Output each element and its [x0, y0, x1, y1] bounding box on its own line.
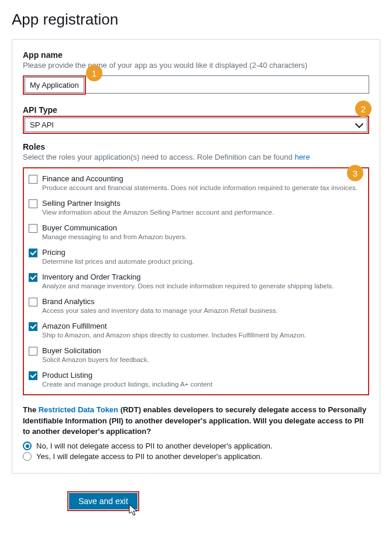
- role-desc: Ship to Amazon, and Amazon ships directl…: [42, 331, 306, 340]
- role-desc: Create and manage product listings, incl…: [42, 380, 212, 389]
- role-name: Brand Analytics: [42, 297, 278, 306]
- role-checkbox[interactable]: [29, 199, 37, 208]
- annotation-badge-1: 1: [86, 65, 102, 81]
- role-item: Buyer SolicitationSolicit Amazon buyers …: [29, 346, 363, 364]
- appname-input-rest[interactable]: [86, 75, 369, 94]
- role-name: Inventory and Order Tracking: [42, 273, 333, 281]
- roles-definition-link[interactable]: here: [295, 153, 310, 161]
- chevron-down-icon: [355, 119, 363, 127]
- role-checkbox[interactable]: [29, 224, 37, 233]
- roles-list: 3 Finance and AccountingProduce account …: [23, 167, 369, 395]
- role-checkbox[interactable]: [29, 175, 37, 184]
- appname-label: App name: [23, 50, 369, 60]
- role-item: Selling Partner InsightsView information…: [29, 199, 363, 217]
- role-checkbox[interactable]: [29, 371, 37, 380]
- role-item: Brand AnalyticsAccess your sales and inv…: [29, 297, 363, 315]
- role-desc: Solicit Amazon buyers for feedback.: [42, 356, 149, 364]
- annotation-box-2: SP API: [23, 116, 369, 134]
- apitype-select[interactable]: SP API: [25, 118, 367, 132]
- role-desc: View information about the Amazon Sellin…: [42, 208, 274, 217]
- radio-button[interactable]: [23, 442, 32, 450]
- role-desc: Analyze and manage inventory. Does not i…: [42, 282, 333, 291]
- rdt-prefix: The: [23, 405, 39, 414]
- role-item: Amazon FulfillmentShip to Amazon, and Am…: [29, 322, 363, 340]
- appname-value: My Application: [25, 77, 84, 93]
- role-name: Product Listing: [42, 371, 212, 380]
- annotation-badge-3: 3: [347, 165, 363, 181]
- role-name: Amazon Fulfillment: [42, 322, 306, 330]
- role-name: Buyer Solicitation: [42, 346, 149, 355]
- apitype-label: API Type: [23, 105, 369, 115]
- page-title: App registration: [12, 11, 380, 29]
- role-desc: Determine list prices and automate produ…: [42, 257, 194, 266]
- role-name: Finance and Accounting: [42, 174, 357, 183]
- roles-hint-text: Select the roles your application(s) nee…: [23, 153, 295, 161]
- rdt-question: The Restricted Data Token (RDT) enables …: [23, 405, 369, 437]
- radio-button[interactable]: [23, 452, 32, 461]
- rdt-option[interactable]: No, I will not delegate access to PII to…: [23, 442, 369, 450]
- role-checkbox[interactable]: [29, 347, 37, 356]
- apitype-selected-value: SP API: [30, 120, 54, 129]
- appname-input-row[interactable]: My Application 1: [23, 75, 369, 95]
- appname-hint: Please provide the name of your app as y…: [23, 61, 369, 70]
- role-desc: Manage messaging to and from Amazon buye…: [42, 233, 187, 242]
- roles-label: Roles: [23, 142, 369, 151]
- role-checkbox[interactable]: [29, 273, 37, 282]
- radio-label: Yes, I will delegate access to PII to an…: [36, 452, 262, 461]
- role-item: Buyer CommunicationManage messaging to a…: [29, 223, 363, 242]
- role-checkbox[interactable]: [29, 298, 37, 306]
- rdt-link[interactable]: Restricted Data Token: [39, 405, 118, 414]
- role-name: Pricing: [42, 248, 194, 257]
- save-and-exit-button[interactable]: Save and exit: [69, 493, 137, 509]
- role-checkbox[interactable]: [29, 249, 37, 257]
- role-name: Selling Partner Insights: [42, 199, 274, 208]
- role-item: PricingDetermine list prices and automat…: [29, 248, 363, 266]
- annotation-badge-2: 2: [355, 101, 372, 117]
- radio-label: No, I will not delegate access to PII to…: [36, 442, 273, 450]
- role-name: Buyer Communication: [42, 223, 187, 232]
- role-item: Inventory and Order TrackingAnalyze and …: [29, 273, 363, 291]
- role-item: Product ListingCreate and manage product…: [29, 371, 363, 389]
- roles-hint: Select the roles your application(s) nee…: [23, 153, 369, 161]
- registration-panel: App name Please provide the name of your…: [12, 39, 380, 474]
- role-desc: Access your sales and inventory data to …: [42, 306, 278, 315]
- role-item: Finance and AccountingProduce account an…: [29, 174, 363, 192]
- role-checkbox[interactable]: [29, 322, 37, 331]
- save-annotation-box: Save and exit: [67, 491, 139, 511]
- rdt-option[interactable]: Yes, I will delegate access to PII to an…: [23, 452, 369, 461]
- annotation-box-1: My Application: [23, 75, 86, 95]
- role-desc: Produce account and financial statements…: [42, 184, 357, 192]
